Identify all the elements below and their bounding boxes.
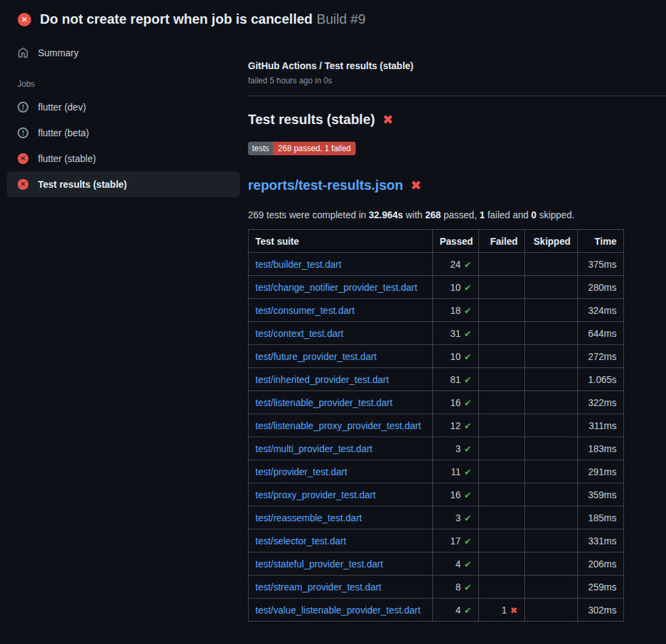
check-icon: ✔	[464, 306, 472, 316]
x-circle-icon: ✕	[18, 179, 28, 190]
test-suite-link[interactable]: test/future_provider_test.dart	[255, 351, 377, 362]
table-row: test/stream_provider_test.dart8✔259ms	[249, 576, 624, 599]
time-cell: 322ms	[578, 391, 624, 414]
column-header-skipped: Skipped	[525, 230, 578, 253]
check-icon: ✔	[464, 536, 472, 546]
passed-cell-count: 17	[451, 536, 461, 546]
check-icon: ✔	[464, 398, 472, 408]
test-suite-cell: test/builder_test.dart	[249, 253, 433, 276]
summary-failed-count: 1	[480, 209, 485, 220]
results-table-body: test/builder_test.dart24✔375mstest/chang…	[249, 253, 624, 622]
failed-cell	[479, 276, 525, 299]
test-suite-link[interactable]: test/listenable_proxy_provider_test.dart	[255, 420, 421, 431]
check-icon: ✔	[464, 467, 472, 477]
test-suite-link[interactable]: test/change_notifier_provider_test.dart	[255, 282, 417, 293]
test-suite-link[interactable]: test/consumer_test.dart	[255, 305, 354, 316]
home-icon	[18, 47, 28, 58]
skipped-cell	[525, 368, 578, 391]
test-suite-cell: test/future_provider_test.dart	[249, 345, 433, 368]
sidebar-job-item[interactable]: ✕Test results (stable)	[7, 172, 240, 197]
failed-x-icon: ✖	[382, 113, 393, 126]
test-suite-cell: test/change_notifier_provider_test.dart	[249, 276, 433, 299]
skipped-cell	[525, 599, 578, 622]
main-content: GitHub Actions / Test results (stable) f…	[248, 36, 666, 622]
summary-passed-count: 268	[425, 209, 441, 220]
test-suite-link[interactable]: test/stream_provider_test.dart	[255, 582, 381, 592]
failed-cell	[479, 299, 525, 322]
check-icon: ✔	[464, 513, 472, 523]
table-row: test/provider_test.dart11✔291ms	[249, 460, 624, 483]
test-suite-link[interactable]: test/proxy_provider_test.dart	[255, 489, 375, 500]
check-icon: ✔	[464, 375, 472, 385]
column-header-test-suite: Test suite	[249, 230, 433, 253]
x-icon: ✖	[510, 605, 518, 616]
test-suite-cell: test/listenable_provider_test.dart	[249, 391, 433, 414]
test-suite-cell: test/reassemble_test.dart	[249, 506, 433, 529]
passed-cell: 12✔	[433, 414, 479, 437]
passed-cell: 3✔	[433, 437, 479, 460]
passed-cell-count: 3	[455, 443, 461, 454]
check-icon: ✔	[464, 605, 472, 616]
test-suite-link[interactable]: test/context_test.dart	[255, 328, 344, 339]
passed-cell-count: 12	[451, 420, 461, 431]
test-suite-link[interactable]: test/reassemble_test.dart	[255, 512, 362, 523]
test-suite-link[interactable]: test/value_listenable_provider_test.dart	[255, 605, 421, 616]
test-suite-link[interactable]: test/builder_test.dart	[255, 259, 341, 270]
check-icon: ✔	[464, 283, 472, 293]
run-status-line: failed 5 hours ago in 0s	[248, 76, 666, 85]
passed-cell: 17✔	[433, 529, 479, 552]
test-suite-link[interactable]: test/listenable_provider_test.dart	[255, 397, 392, 408]
check-icon: ✔	[464, 582, 472, 592]
tests-badge-label: tests	[248, 142, 273, 155]
passed-cell-count: 18	[451, 305, 461, 316]
test-suite-link[interactable]: test/multi_provider_test.dart	[255, 443, 373, 454]
time-cell: 302ms	[578, 599, 624, 622]
check-icon: ✔	[464, 444, 472, 454]
sidebar-job-item[interactable]: ✕flutter (stable)	[7, 146, 240, 172]
report-link[interactable]: reports/test-results.json	[248, 178, 403, 193]
sidebar-job-item[interactable]: !flutter (dev)	[7, 94, 240, 120]
skipped-cell	[525, 253, 578, 276]
tests-badge: tests 268 passed, 1 failed	[248, 142, 356, 155]
column-header-passed: Passed	[433, 230, 479, 253]
time-cell: 183ms	[578, 437, 624, 460]
warning-circle-icon: !	[18, 127, 28, 138]
table-row: test/value_listenable_provider_test.dart…	[249, 599, 624, 622]
skipped-cell	[525, 276, 578, 299]
test-suite-cell: test/provider_test.dart	[249, 460, 433, 483]
sidebar-item-summary[interactable]: Summary	[7, 40, 240, 66]
results-table: Test suite Passed Failed Skipped Time te…	[248, 229, 624, 622]
build-number: Build #9	[316, 12, 365, 26]
test-suite-cell: test/consumer_test.dart	[249, 299, 433, 322]
test-suite-link[interactable]: test/stateful_provider_test.dart	[255, 559, 383, 569]
sidebar-job-item[interactable]: !flutter (beta)	[7, 120, 240, 146]
skipped-cell	[525, 299, 578, 322]
test-suite-cell: test/proxy_provider_test.dart	[249, 483, 433, 506]
test-suite-cell: test/stream_provider_test.dart	[249, 576, 433, 599]
tests-badge-value: 268 passed, 1 failed	[273, 142, 355, 155]
failed-cell	[479, 414, 525, 437]
sidebar-jobs-heading: Jobs	[7, 66, 240, 94]
summary-text: skipped.	[537, 209, 575, 220]
summary-text: passed,	[441, 209, 480, 220]
test-suite-cell: test/listenable_proxy_provider_test.dart	[249, 414, 433, 437]
column-header-failed: Failed	[479, 230, 525, 253]
check-icon: ✔	[464, 421, 472, 431]
skipped-cell	[525, 576, 578, 599]
failed-cell	[479, 460, 525, 483]
time-cell: 280ms	[578, 276, 624, 299]
test-suite-link[interactable]: test/provider_test.dart	[255, 466, 347, 477]
passed-cell: 81✔	[433, 368, 479, 391]
sidebar-summary-label: Summary	[38, 47, 79, 58]
time-cell: 272ms	[578, 345, 624, 368]
test-suite-link[interactable]: test/inherited_provider_test.dart	[255, 374, 389, 385]
skipped-cell	[525, 414, 578, 437]
test-suite-link[interactable]: test/selector_test.dart	[255, 536, 346, 546]
passed-cell-count: 10	[451, 351, 461, 362]
table-row: test/consumer_test.dart18✔324ms	[249, 299, 624, 322]
failed-cell	[479, 322, 525, 345]
table-row: test/reassemble_test.dart3✔185ms	[249, 506, 624, 529]
divider	[248, 96, 666, 96]
build-title: Do not create report when job is cancell…	[40, 12, 366, 27]
sidebar-jobs: !flutter (dev)!flutter (beta)✕flutter (s…	[7, 94, 240, 197]
